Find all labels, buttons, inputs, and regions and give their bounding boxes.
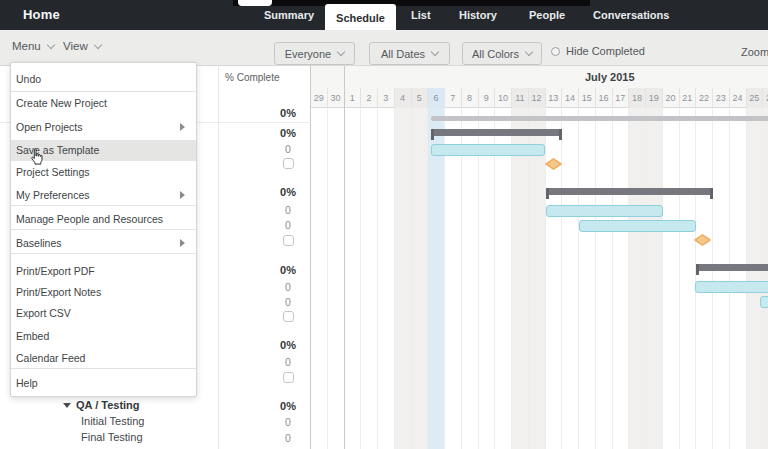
group-bar[interactable] <box>546 188 714 195</box>
group-bar[interactable] <box>431 129 562 136</box>
day-column <box>562 108 579 449</box>
day-header-23: 23 <box>713 88 730 108</box>
chevron-down-icon <box>337 48 345 56</box>
menu-trigger-label: Menu <box>12 40 41 52</box>
weekend-column <box>646 108 663 449</box>
menu-item-manage-people-and-resources[interactable]: Manage People and Resources <box>11 209 196 230</box>
group-bar-left-cap <box>431 129 434 140</box>
weekend-column <box>395 108 412 449</box>
tab-summary[interactable]: Summary <box>264 0 314 30</box>
day-header-12: 12 <box>529 88 546 108</box>
menu-item-my-preferences[interactable]: My Preferences <box>11 185 196 206</box>
day-header-2: 2 <box>361 88 378 108</box>
menu-separator <box>11 229 196 230</box>
month-label: July 2015 <box>585 71 635 83</box>
task-row-final-testing[interactable]: Final Testing <box>81 431 143 443</box>
menu-item-calendar-feed[interactable]: Calendar Feed <box>11 348 196 369</box>
menu-item-create-new-project[interactable]: Create New Project <box>11 93 196 114</box>
day-header-21: 21 <box>680 88 697 108</box>
today-column <box>428 108 445 449</box>
menu-item-label: Baselines <box>16 237 62 249</box>
day-header-29: 29 <box>311 88 328 108</box>
day-column <box>596 108 613 449</box>
task-bar[interactable] <box>546 205 663 217</box>
collapse-arrow-icon[interactable] <box>63 403 71 408</box>
day-header-13: 13 <box>546 88 563 108</box>
tab-schedule[interactable]: Schedule <box>325 4 396 33</box>
day-header-10: 10 <box>495 88 512 108</box>
menu-item-print-export-notes[interactable]: Print/Export Notes <box>11 282 196 303</box>
gantt-chart: July 2015 293012345678910111213141516171… <box>311 66 768 449</box>
hide-completed-checkbox[interactable] <box>551 47 560 56</box>
project-summary-bar[interactable] <box>431 116 768 121</box>
tab-conversations[interactable]: Conversations <box>593 0 669 30</box>
day-header-30: 30 <box>328 88 345 108</box>
percent-complete-value: 0 <box>285 356 291 368</box>
menu-separator <box>11 205 196 206</box>
hide-completed-toggle[interactable]: Hide Completed <box>551 45 645 57</box>
milestone-checkbox[interactable] <box>283 372 294 383</box>
percent-complete-value: 0 <box>285 296 291 308</box>
day-column <box>311 108 328 449</box>
task-bar[interactable] <box>695 281 768 293</box>
tab-people[interactable]: People <box>529 0 565 30</box>
menu-item-label: Embed <box>16 330 49 342</box>
menu-item-embed[interactable]: Embed <box>11 326 196 347</box>
task-bar[interactable] <box>760 296 768 308</box>
filter-button-all-colors[interactable]: All Colors <box>462 42 542 65</box>
menu-item-label: Calendar Feed <box>16 352 85 364</box>
group-bar-right-cap <box>710 188 713 199</box>
day-header-25: 25 <box>747 88 764 108</box>
task-name: QA / Testing <box>76 399 140 411</box>
menu-item-export-csv[interactable]: Export CSV <box>11 303 196 324</box>
menu-item-undo[interactable]: Undo <box>11 69 196 90</box>
weekend-column <box>629 108 646 449</box>
task-row-qa-testing[interactable]: QA / Testing <box>63 399 140 411</box>
percent-complete-value: 0 <box>285 143 291 155</box>
tab-history[interactable]: History <box>459 0 497 30</box>
menu-item-label: Help <box>16 377 38 389</box>
tab-list[interactable]: List <box>411 0 431 30</box>
task-bar[interactable] <box>431 144 546 156</box>
menu-item-label: Undo <box>16 73 41 85</box>
menu-item-open-projects[interactable]: Open Projects <box>11 117 196 138</box>
percent-complete-value: 0 <box>285 204 291 216</box>
group-bar-left-cap <box>696 264 699 275</box>
milestone-diamond[interactable] <box>545 158 562 170</box>
chevron-down-icon <box>47 40 55 48</box>
zoom-label: Zoom <box>741 46 768 58</box>
group-bar[interactable] <box>696 264 768 271</box>
day-header-8: 8 <box>462 88 479 108</box>
percent-complete-value: 0 <box>285 432 291 444</box>
view-dropdown-trigger[interactable]: View <box>63 40 101 52</box>
app-window: Home SummaryScheduleListHistoryPeopleCon… <box>0 0 768 449</box>
menu-dropdown-trigger[interactable]: Menu <box>12 40 54 52</box>
home-link[interactable]: Home <box>23 7 60 22</box>
day-header-3: 3 <box>378 88 395 108</box>
menu-item-help[interactable]: Help <box>11 373 196 394</box>
menu-item-label: Print/Export Notes <box>16 286 101 298</box>
filter-label: All Colors <box>472 48 519 60</box>
percent-complete-value: 0% <box>280 127 296 139</box>
menu-item-print-export-pdf[interactable]: Print/Export PDF <box>11 261 196 282</box>
milestone-diamond[interactable] <box>694 234 711 246</box>
day-header-1: 1 <box>345 88 362 108</box>
task-row-initial-testing[interactable]: Initial Testing <box>81 415 144 427</box>
main-menu-dropdown: UndoCreate New ProjectOpen ProjectsSave … <box>10 62 197 397</box>
group-bar-right-cap <box>559 129 562 140</box>
percent-complete-value: 0% <box>280 107 296 119</box>
percent-complete-value: 0% <box>280 186 296 198</box>
menu-item-label: Print/Export PDF <box>16 265 95 277</box>
submenu-arrow-icon <box>180 191 185 199</box>
view-trigger-label: View <box>63 40 88 52</box>
day-column <box>378 108 395 449</box>
task-bar[interactable] <box>579 220 696 232</box>
milestone-checkbox[interactable] <box>283 235 294 246</box>
milestone-checkbox[interactable] <box>283 158 294 169</box>
menu-item-baselines[interactable]: Baselines <box>11 233 196 254</box>
filter-button-all-dates[interactable]: All Dates <box>369 42 450 65</box>
filter-button-everyone[interactable]: Everyone <box>274 42 355 65</box>
weekend-column <box>512 108 529 449</box>
milestone-checkbox[interactable] <box>283 311 294 322</box>
month-divider-line <box>344 66 345 449</box>
